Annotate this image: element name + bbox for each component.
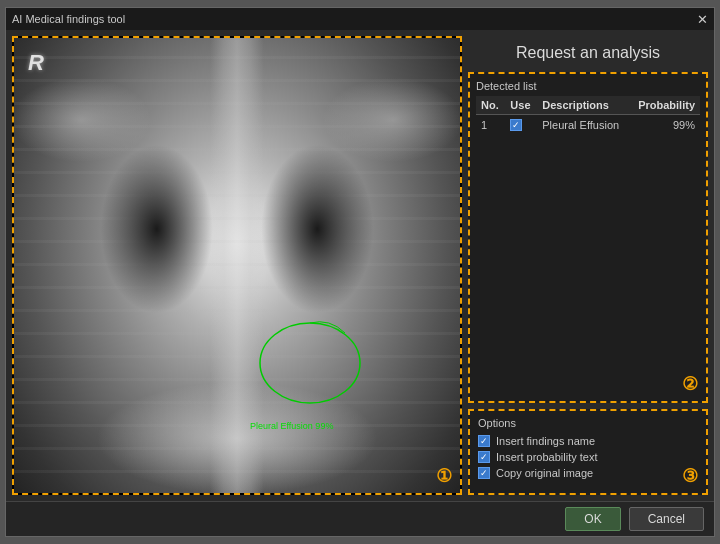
detected-table: No. Use Descriptions Probability 1 xyxy=(476,96,700,135)
ok-button[interactable]: OK xyxy=(565,507,620,531)
col-use: Use xyxy=(505,96,537,115)
row-no: 1 xyxy=(476,115,505,136)
col-descriptions: Descriptions xyxy=(537,96,629,115)
xray-image: R Pleural Effusion 99% xyxy=(14,38,460,493)
row-checkbox[interactable] xyxy=(510,119,522,131)
row-probability: 99% xyxy=(629,115,700,136)
annotation-svg xyxy=(250,313,370,413)
option-row-0: Insert findings name xyxy=(478,435,698,447)
option-checkbox-2[interactable] xyxy=(478,467,490,479)
annotation-container: Pleural Effusion 99% xyxy=(250,313,370,413)
svg-point-0 xyxy=(260,323,360,403)
title-bar: AI Medical findings tool ✕ xyxy=(6,8,714,30)
main-window: AI Medical findings tool ✕ R Pleural Eff… xyxy=(5,7,715,537)
detected-panel: Detected list No. Use Descriptions Proba… xyxy=(468,72,708,403)
right-panel: Request an analysis Detected list No. Us… xyxy=(468,36,708,495)
option-row-2: Copy original image xyxy=(478,467,698,479)
request-heading: Request an analysis xyxy=(468,36,708,66)
panel3-number: ③ xyxy=(682,465,698,487)
panel1-number: ① xyxy=(436,465,452,487)
window-title: AI Medical findings tool xyxy=(12,13,125,25)
panel2-number: ② xyxy=(682,373,698,395)
annotation-label: Pleural Effusion 99% xyxy=(250,421,333,431)
close-button[interactable]: ✕ xyxy=(697,13,708,26)
row-checkbox-cell[interactable] xyxy=(505,115,537,136)
option-checkbox-1[interactable] xyxy=(478,451,490,463)
cancel-button[interactable]: Cancel xyxy=(629,507,704,531)
options-panel: Options Insert findings name Insert prob… xyxy=(468,409,708,495)
content-area: R Pleural Effusion 99% ① Request an anal… xyxy=(6,30,714,501)
button-bar: OK Cancel xyxy=(6,501,714,536)
xray-container: R Pleural Effusion 99% xyxy=(14,38,460,493)
col-no: No. xyxy=(476,96,505,115)
detected-label: Detected list xyxy=(476,80,700,92)
option-label-2: Copy original image xyxy=(496,467,593,479)
option-label-1: Insert probability text xyxy=(496,451,598,463)
option-row-1: Insert probability text xyxy=(478,451,698,463)
table-row: 1 Pleural Effusion 99% xyxy=(476,115,700,136)
xray-panel: R Pleural Effusion 99% ① xyxy=(12,36,462,495)
option-label-0: Insert findings name xyxy=(496,435,595,447)
col-probability: Probability xyxy=(629,96,700,115)
xray-overlay xyxy=(14,38,460,493)
r-marker: R xyxy=(28,50,44,76)
row-description: Pleural Effusion xyxy=(537,115,629,136)
option-checkbox-0[interactable] xyxy=(478,435,490,447)
options-label: Options xyxy=(478,417,698,429)
